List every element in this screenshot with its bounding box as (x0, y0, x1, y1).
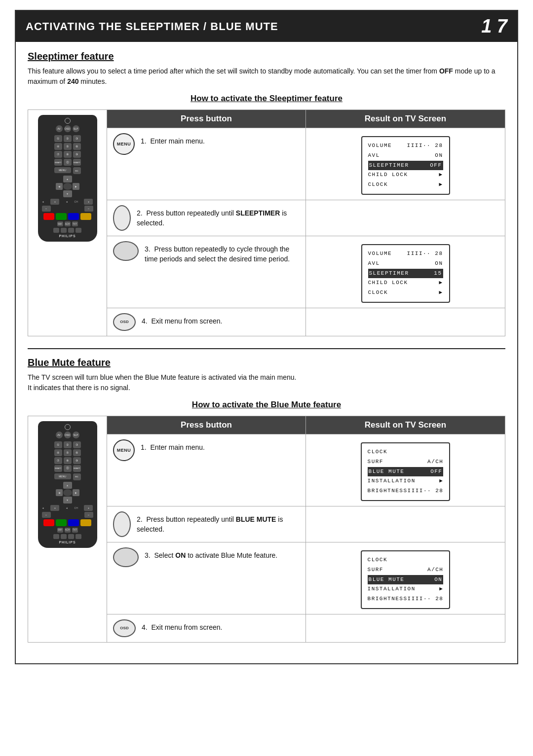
step4-press: OSD 4. Exit menu from screen. (107, 308, 306, 336)
bm-step1-press: MENU 1. Enter main menu. (107, 434, 306, 506)
bm-oval-button-icon (113, 511, 131, 537)
sleeptimer-howto-grid: AV OSD SLP ① ② ③ ④ ⑤ ⑥ (28, 109, 505, 336)
blue-mute-howto-grid: AV OSD SLP ① ② ③ ④ ⑤ ⑥ (28, 416, 505, 643)
step2-result (306, 200, 505, 236)
bm-step2-press: 2. Press button repeatedly until BLUE MU… (107, 506, 306, 542)
bm-step1-result: CLOCK SURFA/CH BLUE MUTEOFF INSTALLATION… (306, 434, 505, 506)
remote-brand: PHILIPS (40, 234, 95, 238)
sleeptimer-section-title: Sleeptimer feature (28, 51, 505, 62)
blue-mute-section-title: Blue Mute feature (28, 357, 505, 368)
blue-mute-remote-cell: AV OSD SLP ① ② ③ ④ ⑤ ⑥ (28, 416, 107, 642)
page-header: Activating the Sleeptimer / Blue Mute 1 … (16, 11, 517, 42)
bm-step4-press: OSD 4. Exit menu from screen. (107, 614, 306, 642)
power-icon (65, 118, 71, 124)
sleeptimer-subsection-title: How to activate the Sleeptimer feature (28, 94, 505, 104)
osd-button-icon: OSD (113, 313, 136, 331)
menu-button-icon: MENU (113, 133, 135, 155)
oval-wide-button-icon (113, 241, 139, 261)
step3-text: 3. Press button repeatedly to cycle thro… (145, 241, 300, 264)
bm-menu-button-icon: MENU (113, 439, 135, 461)
tv-screen-1: VOLUMEIIII·· 28 AVLON SLEEPTIMEROFF CHIL… (361, 136, 450, 195)
oval-button-icon (113, 205, 131, 231)
bm-osd-button-icon: OSD (113, 619, 136, 637)
sleeptimer-description: This feature allows you to select a time… (28, 66, 505, 87)
step2-press: 2. Press button repeatedly until SLEEPTI… (107, 200, 306, 236)
step1-press: MENU 1. Enter main menu. (107, 128, 306, 200)
page-container: Activating the Sleeptimer / Blue Mute 1 … (15, 10, 518, 664)
dpad-2: ▲ ◀ ▶ ▼ (56, 482, 79, 504)
bm-result-header: Result on TV Screen (306, 416, 505, 434)
step2-text: 2. Press button repeatedly until SLEEPTI… (137, 205, 300, 228)
bm-oval-wide-button-icon (113, 547, 139, 567)
step4-text: 4. Exit menu from screen. (142, 313, 222, 326)
bm-step1-text: 1. Enter main menu. (141, 439, 205, 452)
bm-step3-text: 3. Select ON to activate Blue Mute featu… (145, 547, 277, 560)
page-number: 1 7 (481, 16, 507, 37)
step3-result: VOLUMEIIII·· 28 AVLON SLEEPTIMER15 CHILD… (306, 236, 505, 308)
step1-text: 1. Enter main menu. (141, 133, 205, 146)
press-button-header: Press button (107, 110, 306, 128)
page-content: Sleeptimer feature This feature allows y… (16, 42, 517, 663)
sleeptimer-remote-cell: AV OSD SLP ① ② ③ ④ ⑤ ⑥ (28, 110, 107, 336)
bm-step2-result (306, 506, 505, 542)
bm-step3-press: 3. Select ON to activate Blue Mute featu… (107, 542, 306, 614)
sleeptimer-remote: AV OSD SLP ① ② ③ ④ ⑤ ⑥ (38, 115, 97, 242)
tv-screen-2: VOLUMEIIII·· 28 AVLON SLEEPTIMER15 CHILD… (361, 244, 450, 303)
bm-press-button-header: Press button (107, 416, 306, 434)
blue-mute-subsection-title: How to activate the Blue Mute feature (28, 400, 505, 410)
bm-tv-screen-2: CLOCK SURFA/CH BLUE MUTEON INSTALLATION▶… (361, 550, 451, 609)
dpad: ▲ ◀ ▶ ▼ (56, 176, 79, 197)
bm-step4-text: 4. Exit menu from screen. (142, 619, 222, 632)
page-title: Activating the Sleeptimer / Blue Mute (26, 20, 278, 33)
bm-step2-text: 2. Press button repeatedly until BLUE MU… (137, 511, 300, 535)
remote-brand-2: PHILIPS (40, 540, 95, 544)
step3-press: 3. Press button repeatedly to cycle thro… (107, 236, 306, 308)
power-icon-2 (65, 424, 71, 430)
bm-tv-screen-1: CLOCK SURFA/CH BLUE MUTEOFF INSTALLATION… (361, 442, 451, 501)
blue-mute-description: The TV screen will turn blue when the Bl… (28, 372, 505, 393)
bm-step3-result: CLOCK SURFA/CH BLUE MUTEON INSTALLATION▶… (306, 542, 505, 614)
bm-step4-result (306, 614, 505, 642)
step4-result (306, 308, 505, 336)
blue-mute-remote: AV OSD SLP ① ② ③ ④ ⑤ ⑥ (38, 421, 97, 548)
step1-result: VOLUMEIIII·· 28 AVLON SLEEPTIMEROFF CHIL… (306, 128, 505, 200)
result-header: Result on TV Screen (306, 110, 505, 128)
section-divider (28, 348, 505, 349)
